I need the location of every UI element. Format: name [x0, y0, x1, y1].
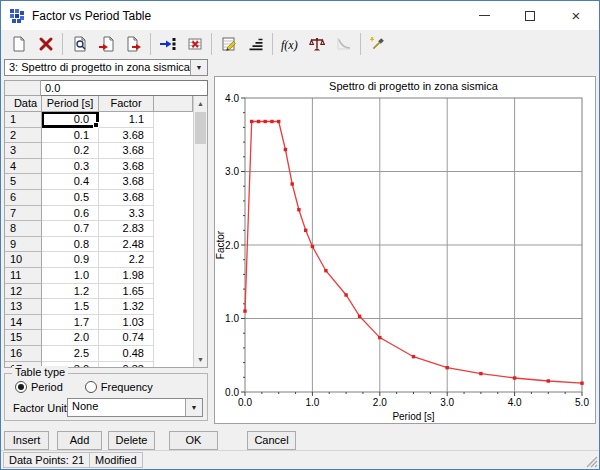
- titlebar: Factor vs Period Table ×: [1, 1, 599, 30]
- series-selector-dropdown-button[interactable]: ▼: [190, 60, 207, 75]
- factor-unit-dropdown-button[interactable]: ▼: [185, 399, 202, 416]
- row-header[interactable]: 6: [5, 190, 42, 206]
- factor-cell[interactable]: 1.1: [99, 112, 154, 128]
- minimize-button[interactable]: [461, 1, 507, 30]
- add-button[interactable]: Add: [57, 431, 102, 450]
- period-cell[interactable]: 1.7: [42, 315, 99, 331]
- factor-cell[interactable]: 3.68: [99, 159, 154, 175]
- maximize-button[interactable]: [507, 1, 553, 30]
- period-cell[interactable]: 0.8: [42, 237, 99, 253]
- sort-button[interactable]: [242, 32, 269, 56]
- period-cell[interactable]: 0.9: [42, 252, 99, 268]
- factor-cell[interactable]: 0.48: [99, 346, 154, 362]
- column-header-period[interactable]: Period [s]: [42, 96, 99, 112]
- curve-icon: [336, 36, 352, 52]
- period-cell[interactable]: 1.0: [42, 268, 99, 284]
- radio-period[interactable]: Period: [15, 381, 63, 393]
- row-header[interactable]: 11: [5, 268, 42, 284]
- row-header[interactable]: 10: [5, 252, 42, 268]
- preview-button[interactable]: [66, 32, 93, 56]
- row-header[interactable]: 1: [5, 112, 42, 128]
- factor-cell[interactable]: 1.65: [99, 284, 154, 300]
- row-header[interactable]: 8: [5, 221, 42, 237]
- close-button[interactable]: ×: [553, 1, 599, 30]
- cell-editor-input[interactable]: 0.0: [41, 80, 208, 96]
- period-cell[interactable]: 1.2: [42, 284, 99, 300]
- scroll-thumb[interactable]: [195, 112, 206, 144]
- period-cell[interactable]: 0.3: [42, 159, 99, 175]
- row-header[interactable]: 7: [5, 206, 42, 222]
- factor-cell[interactable]: 3.68: [99, 190, 154, 206]
- delete-button[interactable]: Delete: [108, 431, 155, 450]
- edit-table-icon: [221, 36, 237, 52]
- period-cell[interactable]: 0.4: [42, 174, 99, 190]
- data-table: Data Period [s] Factor 10.01.120.13.6830…: [4, 96, 208, 368]
- factor-unit-select[interactable]: None ▼: [67, 398, 203, 417]
- factor-cell[interactable]: 3.3: [99, 206, 154, 222]
- row-header[interactable]: 15: [5, 330, 42, 346]
- import-button[interactable]: [93, 32, 120, 56]
- table-row: 10.01.1: [5, 112, 193, 128]
- period-cell[interactable]: 0.5: [42, 190, 99, 206]
- factor-cell[interactable]: 1.32: [99, 299, 154, 315]
- scroll-down-button[interactable]: ▼: [194, 352, 207, 367]
- factor-cell[interactable]: 3.68: [99, 174, 154, 190]
- period-cell[interactable]: 1.5: [42, 299, 99, 315]
- radio-frequency-icon: [85, 381, 97, 393]
- filler-cell: [154, 346, 193, 362]
- row-header[interactable]: 9: [5, 237, 42, 253]
- row-header[interactable]: 2: [5, 128, 42, 144]
- filler-cell: [154, 362, 193, 368]
- cancel-button[interactable]: Cancel: [247, 431, 296, 450]
- period-cell[interactable]: 2.0: [42, 330, 99, 346]
- resize-grip[interactable]: [585, 455, 598, 468]
- filler-cell: [154, 252, 193, 268]
- sort-icon: [248, 36, 264, 52]
- curve-button[interactable]: [330, 32, 357, 56]
- row-header[interactable]: 4: [5, 159, 42, 175]
- vertical-scrollbar[interactable]: ▲ ▼: [193, 96, 207, 367]
- factor-cell[interactable]: 0.74: [99, 330, 154, 346]
- scroll-up-button[interactable]: ▲: [194, 96, 207, 111]
- delete-button-toolbar[interactable]: [32, 32, 59, 56]
- factor-cell[interactable]: 3.68: [99, 143, 154, 159]
- column-header-factor[interactable]: Factor: [99, 96, 154, 112]
- factor-cell[interactable]: 2.48: [99, 237, 154, 253]
- factor-cell[interactable]: 0.33: [99, 362, 154, 368]
- edit-table-button[interactable]: [215, 32, 242, 56]
- factor-cell[interactable]: 1.03: [99, 315, 154, 331]
- row-header[interactable]: 14: [5, 315, 42, 331]
- export-icon: [126, 36, 142, 52]
- filler-cell: [154, 284, 193, 300]
- scale-button[interactable]: [303, 32, 330, 56]
- series-selector[interactable]: 3: Spettro di progetto in zona sismica ▼: [4, 59, 208, 76]
- row-header[interactable]: 12: [5, 284, 42, 300]
- period-cell[interactable]: 0.7: [42, 221, 99, 237]
- delete-row-button[interactable]: [181, 32, 208, 56]
- tools-button[interactable]: [364, 32, 391, 56]
- period-cell[interactable]: 2.5: [42, 346, 99, 362]
- export-button[interactable]: [120, 32, 147, 56]
- period-cell[interactable]: 0.6: [42, 206, 99, 222]
- select-all-corner[interactable]: [4, 80, 41, 96]
- row-header[interactable]: 3: [5, 143, 42, 159]
- period-cell[interactable]: 0.0: [42, 112, 99, 128]
- ok-button[interactable]: OK: [169, 431, 218, 450]
- period-cell[interactable]: 0.2: [42, 143, 99, 159]
- row-header[interactable]: 5: [5, 174, 42, 190]
- row-header[interactable]: 16: [5, 346, 42, 362]
- factor-cell[interactable]: 3.68: [99, 128, 154, 144]
- new-table-button[interactable]: [5, 32, 32, 56]
- insert-button[interactable]: Insert: [4, 431, 49, 450]
- period-cell[interactable]: 0.1: [42, 128, 99, 144]
- radio-frequency[interactable]: Frequency: [85, 381, 153, 393]
- row-header[interactable]: 13: [5, 299, 42, 315]
- factor-cell[interactable]: 2.2: [99, 252, 154, 268]
- factor-cell[interactable]: 1.98: [99, 268, 154, 284]
- formula-button[interactable]: f(x): [276, 32, 303, 56]
- insert-row-button[interactable]: [154, 32, 181, 56]
- series-selector-value: 3: Spettro di progetto in zona sismica: [5, 60, 190, 75]
- column-header-data[interactable]: Data: [5, 96, 42, 112]
- factor-cell[interactable]: 2.83: [99, 221, 154, 237]
- table-body: 10.01.120.13.6830.23.6840.33.6850.43.686…: [5, 112, 193, 367]
